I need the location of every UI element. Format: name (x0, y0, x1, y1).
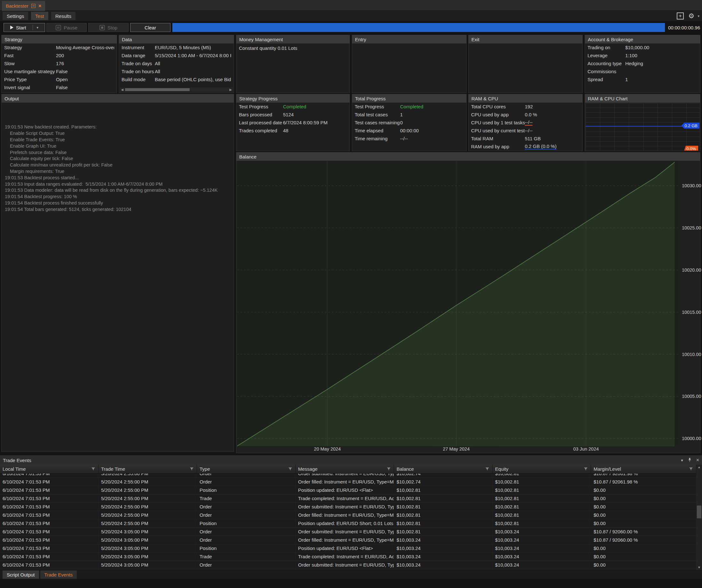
property-row[interactable]: Build modeBase period (OHLC points), use… (119, 76, 234, 84)
property-row[interactable]: Spread1 (585, 76, 700, 84)
column-header[interactable]: Equity (492, 465, 591, 473)
trade-events-vertical-scrollbar[interactable]: ▲ ▼ (696, 465, 702, 570)
y-tick-label: 10000.00 (682, 436, 701, 441)
gear-dropdown[interactable]: ▾ (698, 12, 699, 20)
ram-cpu-title: RAM & CPU (469, 94, 582, 103)
filter-funnel-icon[interactable] (689, 467, 693, 471)
tab-results[interactable]: Results (51, 12, 76, 20)
column-header[interactable]: Trade Time (99, 465, 197, 473)
property-row[interactable]: Data range5/15/2024 1:00 AM - 6/7/2024 8… (119, 51, 234, 59)
table-row[interactable]: 6/10/2024 7:01:53 PM 5/20/2024 2:55:00 P… (0, 511, 696, 519)
scroll-left-icon[interactable]: ◀ (120, 88, 124, 92)
tab-settings[interactable]: Settings (3, 12, 28, 20)
close-tab-icon[interactable]: × (38, 3, 41, 9)
column-header[interactable]: Local Time (0, 465, 99, 473)
property-row[interactable]: Use martingale strategyFalse (2, 67, 117, 76)
property-row[interactable]: Commissions (585, 67, 700, 76)
scroll-down-icon[interactable]: ▼ (696, 565, 702, 570)
property-label: Total RAM (471, 136, 525, 141)
cell-local-time: 6/10/2024 7:01:53 PM (0, 519, 99, 527)
table-row[interactable]: 6/10/2024 7:01:53 PM 5/20/2024 3:05:00 P… (0, 544, 696, 553)
table-row[interactable]: 6/10/2024 7:01:53 PM 5/20/2024 2:55:00 P… (0, 494, 696, 503)
table-row[interactable]: 6/10/2024 7:01:53 PM 5/20/2024 2:55:00 P… (0, 486, 696, 494)
scroll-right-icon[interactable]: ▶ (228, 88, 233, 92)
table-row[interactable]: 6/10/2024 7:01:53 PM 5/20/2024 2:55:00 P… (0, 474, 696, 478)
cell-equity: $10,002.81 (492, 519, 591, 527)
panel-dropdown-icon[interactable]: ▾ (681, 458, 683, 463)
add-panel-button[interactable]: + (677, 12, 684, 20)
property-row[interactable]: Accounting typeHedging (585, 59, 700, 67)
column-header[interactable]: Type (197, 465, 296, 473)
scrollbar-thumb[interactable] (125, 88, 190, 91)
property-value: --/-- (525, 120, 580, 126)
column-header[interactable]: Balance (394, 465, 492, 473)
settings-gear-button[interactable]: ⚙ (688, 12, 694, 20)
data-horizontal-scrollbar[interactable]: ◀ ▶ (120, 88, 233, 92)
strategy-panel-body: StrategyMoving Average Cross-overFast200… (2, 43, 117, 93)
log-line: Prefetch source data: False (5, 150, 231, 156)
log-line: Enable Graph UI: True (5, 143, 231, 150)
output-log[interactable]: 19:01:53 New backtest created. Parameter… (2, 103, 234, 452)
column-header[interactable]: Message (296, 465, 394, 473)
property-label: Trade on days (122, 61, 155, 66)
stop-button[interactable]: Stop (88, 23, 129, 32)
property-row[interactable]: Trade on hoursAll (119, 67, 234, 76)
scrollbar-track[interactable] (124, 88, 228, 91)
property-row[interactable]: Leverage1:100 (585, 51, 700, 59)
cell-balance: $10,002.81 (394, 519, 492, 527)
property-row[interactable]: Fast200 (2, 51, 117, 59)
filter-funnel-icon[interactable] (485, 467, 489, 471)
filter-funnel-icon[interactable] (387, 467, 391, 471)
chevron-down-icon[interactable]: ▾ (37, 26, 39, 30)
property-row[interactable]: Trading on$10,000.00 (585, 43, 700, 51)
clear-button-label: Clear (144, 25, 156, 30)
property-value: All (155, 61, 231, 66)
tab-trade-events[interactable]: Trade Events (40, 570, 77, 579)
table-row[interactable]: 6/10/2024 7:01:53 PM 5/20/2024 3:05:00 P… (0, 528, 696, 536)
filter-funnel-icon[interactable] (584, 467, 588, 471)
table-row[interactable]: 6/10/2024 7:01:53 PM 5/20/2024 3:05:00 P… (0, 536, 696, 544)
ram-usage-line (586, 126, 689, 127)
stop-button-label: Stop (107, 25, 117, 30)
property-value: 48 (283, 128, 347, 133)
pin-icon[interactable] (688, 458, 692, 463)
money-management-text: Constant quantity 0.01 Lots (236, 43, 350, 53)
clear-button[interactable]: Clear (130, 23, 170, 32)
log-line: 19:01:53 Backtest process started... (5, 175, 231, 181)
column-header[interactable]: Margin/Level (591, 465, 696, 473)
property-row[interactable]: StrategyMoving Average Cross-over (2, 43, 117, 51)
property-row[interactable]: InstrumentEUR/USD, 5 Minutes (M5) (119, 43, 234, 51)
cell-trade-time: 5/20/2024 3:05:00 PM (99, 528, 197, 536)
pause-button[interactable]: Pause (46, 23, 87, 32)
property-label: Test Progress (239, 104, 283, 109)
tab-test[interactable]: Test (31, 12, 48, 20)
scroll-up-icon[interactable]: ▲ (696, 465, 702, 470)
property-label: Data range (122, 53, 155, 58)
table-row[interactable]: 6/10/2024 7:01:53 PM 5/20/2024 2:55:00 P… (0, 519, 696, 528)
table-row[interactable]: 6/10/2024 7:01:53 PM 5/20/2024 2:55:00 P… (0, 478, 696, 486)
filter-funnel-icon[interactable] (288, 467, 292, 471)
table-row[interactable]: 6/10/2024 7:01:53 PM 5/20/2024 2:55:00 P… (0, 503, 696, 511)
property-row[interactable]: Invert signalFalse (2, 84, 117, 92)
filter-funnel-icon[interactable] (190, 467, 194, 471)
property-value: Open (56, 77, 114, 82)
tab-backtester[interactable]: Backtester × (2, 1, 45, 11)
scrollbar-thumb[interactable] (697, 505, 701, 518)
property-row[interactable]: Price TypeOpen (2, 76, 117, 84)
play-icon (10, 26, 13, 29)
cell-equity: $10,003.24 (492, 528, 591, 536)
cell-trade-time: 5/20/2024 2:55:00 PM (99, 474, 197, 477)
start-button[interactable]: Start ▾ (4, 23, 45, 32)
property-row[interactable]: Slow176 (2, 59, 117, 67)
close-panel-icon[interactable]: × (696, 457, 699, 463)
cell-margin-level: $0.00 (591, 519, 696, 527)
property-row: Total RAM511 GB (469, 135, 582, 143)
log-line: Enable Script Output: True (5, 130, 231, 137)
table-row[interactable]: 6/10/2024 7:01:53 PM 5/20/2024 3:05:00 P… (0, 561, 696, 569)
cell-equity: $10,002.81 (492, 511, 591, 519)
filter-funnel-icon[interactable] (92, 467, 95, 471)
cell-balance: $10,002.81 (394, 528, 492, 536)
tab-script-output[interactable]: Script Output (3, 570, 39, 579)
property-row[interactable]: Trade on daysAll (119, 59, 234, 67)
table-row[interactable]: 6/10/2024 7:01:53 PM 5/20/2024 3:05:00 P… (0, 553, 696, 561)
